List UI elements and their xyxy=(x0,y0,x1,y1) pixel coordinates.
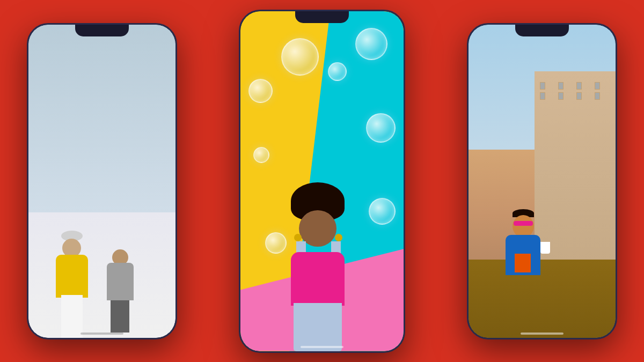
center-shirt xyxy=(291,252,345,306)
phone-right-screen: optional Generate xyxy=(469,25,616,338)
bubble-3 xyxy=(328,62,347,81)
phone-left-notch xyxy=(75,25,129,36)
center-home-indicator xyxy=(301,346,343,348)
phone-center: Floating bubbles More xyxy=(239,10,405,353)
bubble-6 xyxy=(253,147,269,163)
phone-center-notch xyxy=(295,11,349,23)
center-photo-area xyxy=(240,11,404,351)
bubble-8 xyxy=(366,113,396,143)
left-p2-legs xyxy=(111,300,129,333)
bubble-2 xyxy=(248,79,273,103)
phone-left-screen: ⊞ Layer properties ✦ Select area ✏ Retou… xyxy=(28,25,175,338)
bubble-1 xyxy=(355,28,387,60)
right-p-glasses xyxy=(514,221,533,226)
left-p1-body xyxy=(56,255,88,298)
left-home-indicator xyxy=(80,333,123,335)
phone-right: optional Generate xyxy=(467,23,617,339)
right-photo-area xyxy=(469,25,616,338)
right-building xyxy=(535,71,616,291)
bubble-5 xyxy=(369,198,396,225)
right-p-head xyxy=(513,215,534,238)
phone-center-screen: Floating bubbles More xyxy=(240,11,404,351)
right-p-shirt xyxy=(515,254,531,272)
scene: ⊞ Layer properties ✦ Select area ✏ Retou… xyxy=(0,0,644,362)
right-person xyxy=(506,205,543,275)
phone-left: ⊞ Layer properties ✦ Select area ✏ Retou… xyxy=(27,23,177,339)
center-earring-right xyxy=(335,234,342,241)
left-photo-area xyxy=(28,25,175,338)
right-home-indicator xyxy=(521,333,564,335)
center-overalls xyxy=(294,303,342,351)
left-person-1 xyxy=(50,231,93,338)
bubble-4 xyxy=(281,38,319,76)
center-person xyxy=(275,206,361,351)
right-coffee-cup xyxy=(540,242,550,254)
left-p1-legs xyxy=(61,295,83,338)
left-sky xyxy=(28,25,175,212)
left-person-2 xyxy=(101,236,139,333)
phone-right-notch xyxy=(515,25,569,36)
left-p2-body xyxy=(107,263,134,300)
center-earring-left xyxy=(294,234,302,241)
